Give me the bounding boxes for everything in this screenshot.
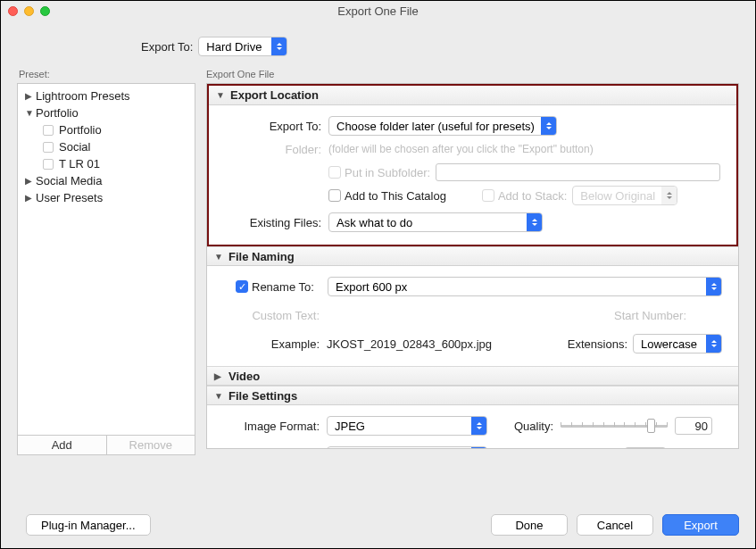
triangle-down-icon: ▼ [25, 108, 34, 118]
plugin-manager-button[interactable]: Plug-in Manager... [26, 514, 151, 536]
preset-folder-social-media[interactable]: ▶Social Media [18, 172, 195, 189]
quality-slider[interactable] [561, 417, 668, 435]
custom-text-label: Custom Text: [216, 309, 320, 322]
start-number-label: Start Number: [614, 309, 686, 322]
checkbox-icon[interactable] [43, 159, 54, 170]
stack-position-select: Below Original [572, 186, 677, 205]
preset-folder-portfolio[interactable]: ▼Portfolio [18, 104, 195, 121]
quality-input[interactable] [675, 417, 712, 435]
put-in-subfolder-checkbox [328, 166, 341, 179]
add-to-stack-label: Add to Stack: [498, 189, 567, 203]
preset-item[interactable]: Social [18, 138, 195, 155]
rename-to-label: Rename To: [252, 280, 328, 294]
export-to-row: Export To: Hard Drive [1, 21, 755, 69]
window-title: Export One File [1, 4, 755, 18]
image-format-label: Image Format: [216, 420, 320, 433]
rename-to-checkbox[interactable] [236, 280, 248, 293]
add-preset-button[interactable]: Add [18, 436, 107, 454]
existing-files-label: Existing Files: [218, 216, 321, 229]
extensions-select[interactable]: Lowercase [633, 334, 722, 354]
section-export-location[interactable]: ▼Export Location [209, 86, 736, 105]
subfolder-input [436, 163, 720, 181]
example-value: JKOST_2019_02843_600px.jpg [327, 337, 492, 351]
color-space-select[interactable]: sRGB [327, 446, 487, 449]
triangle-down-icon: ▼ [214, 252, 223, 262]
section-file-settings[interactable]: ▼File Settings [207, 386, 738, 405]
triangle-down-icon: ▼ [216, 90, 225, 100]
existing-files-select[interactable]: Ask what to do [328, 212, 543, 232]
main-heading: Export One File [206, 69, 739, 79]
export-to-select[interactable]: Hard Drive [198, 37, 287, 56]
export-to-folder-select[interactable]: Choose folder later (useful for presets) [328, 116, 557, 136]
section-file-naming[interactable]: ▼File Naming [207, 246, 738, 266]
export-button[interactable]: Export [662, 514, 739, 536]
section-video[interactable]: ▶Video [207, 366, 738, 386]
remove-preset-button: Remove [107, 436, 195, 454]
example-label: Example: [216, 337, 320, 351]
titlebar: Export One File [1, 1, 755, 21]
triangle-right-icon: ▶ [214, 371, 223, 381]
preset-folder-lightroom[interactable]: ▶Lightroom Presets [18, 87, 195, 104]
add-to-catalog-checkbox[interactable] [328, 189, 341, 202]
triangle-right-icon: ▶ [25, 176, 34, 186]
preset-list[interactable]: ▶Lightroom Presets ▼Portfolio Portfolio … [17, 83, 195, 436]
quality-label: Quality: [514, 420, 553, 433]
export-to-label: Export To: [141, 40, 193, 54]
limit-file-size-input [625, 447, 666, 449]
export-to-label: Export To: [218, 120, 321, 133]
put-in-subfolder-label: Put in Subfolder: [345, 166, 430, 179]
folder-hint: (folder will be chosen after you click t… [328, 143, 594, 155]
checkbox-icon[interactable] [43, 142, 54, 153]
checkbox-icon[interactable] [43, 125, 54, 136]
preset-item[interactable]: Portfolio [18, 121, 195, 138]
add-to-catalog-label: Add to This Catalog [345, 189, 446, 203]
cancel-button[interactable]: Cancel [577, 514, 653, 536]
add-to-stack-checkbox [482, 189, 494, 202]
folder-label: Folder: [218, 143, 321, 156]
done-button[interactable]: Done [491, 514, 568, 536]
footer: Plug-in Manager... Done Cancel Export [17, 514, 739, 536]
image-format-select[interactable]: JPEG [327, 416, 487, 436]
preset-item[interactable]: T LR 01 [18, 155, 195, 172]
preset-heading: Preset: [17, 69, 195, 79]
rename-to-select[interactable]: Export 600 px [328, 277, 722, 296]
triangle-down-icon: ▼ [214, 391, 223, 401]
triangle-right-icon: ▶ [25, 91, 34, 101]
preset-folder-user-presets[interactable]: ▶User Presets [18, 189, 195, 206]
export-location-highlight: ▼Export Location Export To: Choose folde… [206, 83, 739, 247]
triangle-right-icon: ▶ [25, 193, 34, 203]
extensions-label: Extensions: [568, 337, 627, 351]
settings-panel: ▼Export Location Export To: Choose folde… [206, 83, 739, 449]
